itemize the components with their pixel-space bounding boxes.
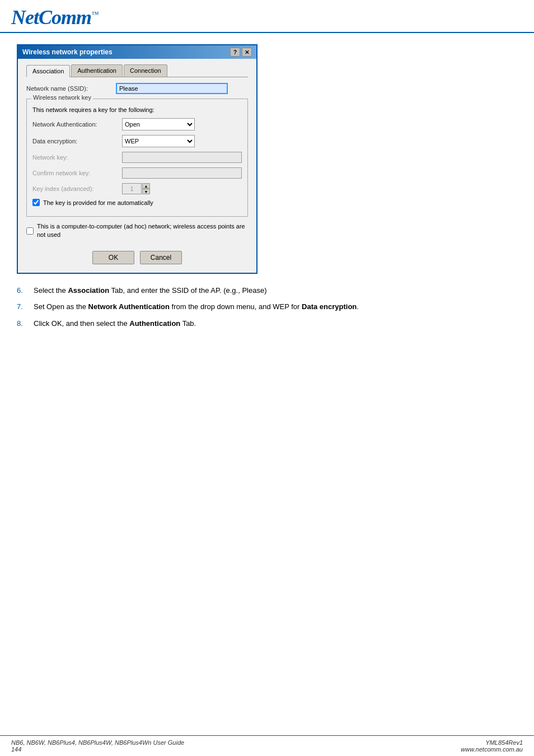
help-button[interactable]: ? [230, 48, 240, 57]
key-index-input[interactable] [122, 183, 142, 194]
step-8-text: Click OK, and then select the Authentica… [34, 318, 517, 329]
step-7-text: Set Open as the Network Authentication f… [34, 301, 517, 312]
tab-connection[interactable]: Connection [124, 64, 167, 77]
data-encryption-dropdown-wrapper: WEP Disabled TKIP AES [122, 135, 242, 147]
step-7-num: 7. [17, 301, 34, 312]
network-key-label: Network key: [32, 154, 122, 161]
auto-key-row: The key is provided for me automatically [32, 199, 242, 206]
step-6: 6. Select the Association Tab, and enter… [17, 285, 517, 296]
titlebar-buttons: ? ✕ [230, 48, 252, 57]
network-name-label: Network name (SSID): [26, 85, 116, 92]
footer-left-line2: 144 [11, 746, 184, 753]
spinner-down-button[interactable]: ▼ [142, 189, 150, 194]
step-7-bold-data-enc: Data encryption [302, 302, 357, 311]
page-footer: NB6, NB6W, NB6Plus4, NB6Plus4W, NB6Plus4… [0, 735, 534, 756]
network-name-row: Network name (SSID): [26, 83, 248, 94]
confirm-key-input[interactable] [122, 167, 242, 179]
step-6-num: 6. [17, 285, 34, 296]
tab-association[interactable]: Association [26, 65, 70, 77]
network-auth-label: Network Authentication: [32, 121, 122, 128]
network-name-input[interactable] [116, 83, 228, 94]
footer-left: NB6, NB6W, NB6Plus4, NB6Plus4W, NB6Plus4… [11, 739, 184, 753]
confirm-key-row: Confirm network key: [32, 167, 242, 179]
step-8-num: 8. [17, 318, 34, 329]
key-index-row: Key index (advanced): ▲ ▼ [32, 183, 242, 194]
step-7-bold-network-auth: Network Authentication [88, 302, 170, 311]
close-button[interactable]: ✕ [242, 48, 252, 57]
header: NetComm™ [0, 0, 534, 33]
group-legend: Wireless network key [31, 94, 93, 101]
data-encryption-label: Data encryption: [32, 138, 122, 144]
adhoc-row: This is a computer-to-computer (ad hoc) … [26, 222, 248, 240]
ok-button[interactable]: OK [92, 251, 134, 264]
footer-left-line1: NB6, NB6W, NB6Plus4, NB6Plus4W, NB6Plus4… [11, 739, 184, 746]
auto-key-checkbox[interactable] [32, 199, 40, 206]
group-description: This network requires a key for the foll… [32, 106, 154, 113]
confirm-key-label: Confirm network key: [32, 170, 122, 176]
step-6-bold-association: Association [68, 286, 109, 295]
wireless-dialog: Wireless network properties ? ✕ Associat… [17, 44, 257, 274]
wireless-key-group: Wireless network key This network requir… [26, 99, 248, 217]
network-auth-dropdown-wrapper: Open Shared WPA WPA-PSK [122, 118, 242, 130]
logo-tm: ™ [91, 10, 99, 18]
network-key-row: Network key: [32, 152, 242, 163]
step-8: 8. Click OK, and then select the Authent… [17, 318, 517, 329]
network-auth-row: Network Authentication: Open Shared WPA … [32, 118, 242, 130]
dialog-footer: OK Cancel [26, 245, 248, 267]
dialog-body: Association Authentication Connection Ne… [18, 59, 256, 273]
dialog-titlebar: Wireless network properties ? ✕ [18, 45, 256, 59]
adhoc-section: This is a computer-to-computer (ad hoc) … [26, 222, 248, 240]
footer-right-line1: YML854Rev1 [461, 739, 523, 746]
adhoc-label: This is a computer-to-computer (ad hoc) … [37, 222, 248, 240]
data-encryption-select[interactable]: WEP Disabled TKIP AES [122, 135, 195, 147]
instructions: 6. Select the Association Tab, and enter… [17, 285, 517, 329]
main-content: Wireless network properties ? ✕ Associat… [0, 33, 534, 346]
tab-authentication[interactable]: Authentication [71, 64, 123, 77]
step-6-text: Select the Association Tab, and enter th… [34, 285, 517, 296]
step-7: 7. Set Open as the Network Authenticatio… [17, 301, 517, 312]
cancel-button[interactable]: Cancel [140, 251, 182, 264]
adhoc-checkbox[interactable] [26, 227, 34, 235]
data-encryption-row: Data encryption: WEP Disabled TKIP AES [32, 135, 242, 147]
footer-right-line2: www.netcomm.com.au [461, 746, 523, 753]
key-index-label: Key index (advanced): [32, 185, 122, 192]
logo: NetComm™ [11, 6, 523, 29]
logo-text: NetComm [11, 6, 91, 29]
network-auth-select[interactable]: Open Shared WPA WPA-PSK [122, 118, 195, 130]
network-key-input[interactable] [122, 152, 242, 163]
dialog-title: Wireless network properties [22, 48, 113, 56]
tab-bar: Association Authentication Connection [26, 64, 248, 77]
key-index-spinner: ▲ ▼ [142, 183, 150, 194]
spinner-up-button[interactable]: ▲ [142, 183, 150, 189]
auto-key-label: The key is provided for me automatically [43, 199, 153, 206]
footer-right: YML854Rev1 www.netcomm.com.au [461, 739, 523, 753]
step-8-bold-authentication: Authentication [129, 319, 180, 328]
